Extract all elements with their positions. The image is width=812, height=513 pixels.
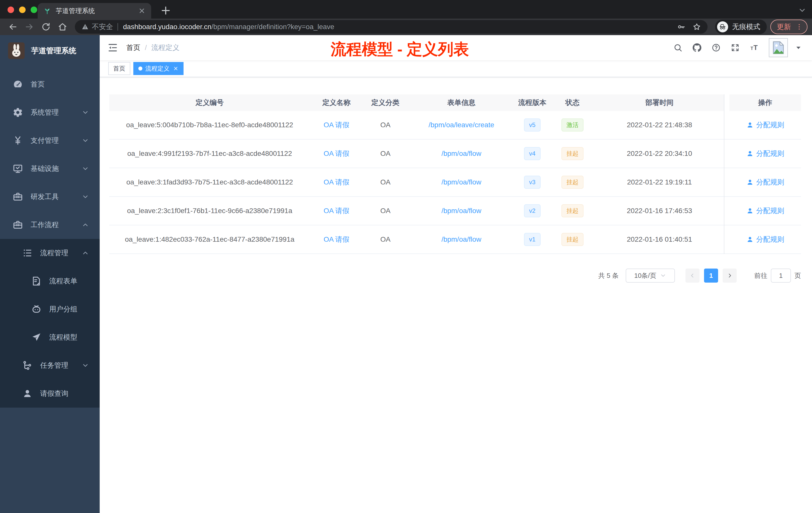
url-host: dashboard.yudao.iocoder.cn <box>123 23 211 31</box>
chevron-down-icon <box>82 109 89 116</box>
sidebar-item-6[interactable]: 流程管理 <box>0 239 100 267</box>
tree-list-icon <box>22 248 33 258</box>
pagination: 共 5 条 10条/页 1 前往 页 <box>109 269 801 282</box>
breadcrumb-separator: / <box>145 44 147 52</box>
update-button[interactable]: 更新 <box>770 20 808 34</box>
user-avatar[interactable] <box>769 38 788 57</box>
tab-search-icon[interactable] <box>798 6 807 14</box>
page-size-select[interactable]: 10条/页 <box>626 269 675 282</box>
tag-home-label: 首页 <box>113 64 125 72</box>
form-info-link[interactable]: /bpm/oa/flow <box>441 207 481 215</box>
form-info-link[interactable]: /bpm/oa/leave/create <box>429 121 494 129</box>
table-header: 定义编号 定义名称 定义分类 表单信息 流程版本 状态 部署时间 操作 <box>109 94 801 111</box>
cell-deploy-time: 2022-01-16 17:46:53 <box>595 207 724 215</box>
tag-close-icon[interactable] <box>173 66 178 71</box>
window-minimize-button[interactable] <box>19 6 26 13</box>
breadcrumb-home[interactable]: 首页 <box>126 43 140 53</box>
tag-process-definition-label: 流程定义 <box>145 64 170 72</box>
sidebar-item-label: 系统管理 <box>31 108 59 117</box>
sidebar-item-11[interactable]: 请假查询 <box>0 380 100 408</box>
assign-rule-button[interactable]: 分配规则 <box>746 206 784 216</box>
status-badge: 挂起 <box>561 147 583 160</box>
tag-process-definition[interactable]: 流程定义 <box>133 62 183 75</box>
page-1-button[interactable]: 1 <box>704 269 718 282</box>
chevron-down-icon <box>82 362 89 369</box>
window-close-button[interactable] <box>7 6 14 13</box>
sidebar-item-4[interactable]: 研发工具 <box>0 183 100 211</box>
forward-button[interactable] <box>25 22 34 32</box>
user-icon <box>746 150 754 157</box>
user-icon <box>746 121 754 129</box>
help-icon[interactable] <box>712 43 721 52</box>
tab-strip: 芋道管理系统 <box>0 0 812 19</box>
font-size-icon[interactable]: TT <box>750 43 759 52</box>
password-key-icon[interactable] <box>677 23 686 31</box>
home-button[interactable] <box>58 22 67 32</box>
sidebar-item-1[interactable]: 系统管理 <box>0 98 100 126</box>
browser-menu-icon[interactable] <box>795 23 803 31</box>
form-info-link[interactable]: /bpm/oa/flow <box>441 150 481 158</box>
definition-name-link[interactable]: OA 请假 <box>324 149 349 158</box>
avatar-caret-down-icon[interactable] <box>795 44 802 51</box>
col-header-category: 定义分类 <box>363 94 408 111</box>
sidebar-item-label: 用户分组 <box>49 304 77 314</box>
goto-page-input[interactable] <box>771 269 791 282</box>
next-page-button[interactable] <box>723 269 737 282</box>
breadcrumb-current: 流程定义 <box>151 43 179 53</box>
page-annotation: 流程模型 - 定义列表 <box>331 39 469 60</box>
hamburger-icon[interactable] <box>107 42 118 53</box>
assign-rule-label: 分配规则 <box>756 120 784 130</box>
sidebar-menu: 首页系统管理支付管理基础设施研发工具工作流程流程管理流程表单用户分组流程模型任务… <box>0 66 100 408</box>
assign-rule-button[interactable]: 分配规则 <box>746 149 784 158</box>
header-gutter <box>724 94 729 111</box>
bookmark-star-icon[interactable] <box>693 23 701 31</box>
send-icon <box>31 332 42 342</box>
sidebar: 芋道管理系统 首页系统管理支付管理基础设施研发工具工作流程流程管理流程表单用户分… <box>0 35 100 513</box>
table-row-1: oa_leave:4:991f2193-7b7f-11ec-a3c8-acde4… <box>109 140 801 168</box>
back-button[interactable] <box>8 22 18 32</box>
sidebar-item-3[interactable]: 基础设施 <box>0 155 100 183</box>
user-icon <box>746 178 754 186</box>
fullscreen-icon[interactable] <box>731 43 740 52</box>
status-badge: 挂起 <box>561 233 583 246</box>
sidebar-item-2[interactable]: 支付管理 <box>0 126 100 155</box>
form-icon <box>31 276 42 286</box>
new-tab-button[interactable] <box>160 4 172 17</box>
definition-name-link[interactable]: OA 请假 <box>324 177 349 187</box>
chevron-down-icon <box>82 193 89 201</box>
sidebar-item-5[interactable]: 工作流程 <box>0 211 100 239</box>
sidebar-item-label: 工作流程 <box>31 220 59 230</box>
definition-name-link[interactable]: OA 请假 <box>324 235 349 244</box>
sidebar-item-label: 流程管理 <box>40 248 68 258</box>
sidebar-item-7[interactable]: 流程表单 <box>0 267 100 295</box>
sidebar-item-8[interactable]: 用户分组 <box>0 295 100 323</box>
sidebar-item-10[interactable]: 任务管理 <box>0 351 100 380</box>
definition-name-link[interactable]: OA 请假 <box>324 120 349 130</box>
navbar: 首页 / 流程定义 流程模型 - 定义列表 TT <box>100 35 812 60</box>
github-icon[interactable] <box>693 43 701 52</box>
window-zoom-button[interactable] <box>31 6 37 13</box>
cell-definition-id: oa_leave:1:482ec033-762a-11ec-8477-a2380… <box>109 235 310 243</box>
prev-page-button[interactable] <box>686 269 699 282</box>
assign-rule-button[interactable]: 分配规则 <box>746 120 784 130</box>
definition-name-link[interactable]: OA 请假 <box>324 206 349 216</box>
form-info-link[interactable]: /bpm/oa/flow <box>441 235 481 243</box>
tag-home[interactable]: 首页 <box>108 62 130 75</box>
svg-text:T: T <box>751 46 753 51</box>
form-info-link[interactable]: /bpm/oa/flow <box>441 178 481 186</box>
incognito-label: 无痕模式 <box>732 22 760 32</box>
search-icon[interactable] <box>673 43 683 52</box>
assign-rule-button[interactable]: 分配规则 <box>746 177 784 187</box>
browser-tab[interactable]: 芋道管理系统 <box>38 3 151 19</box>
reload-button[interactable] <box>41 22 51 32</box>
assign-rule-button[interactable]: 分配规则 <box>746 235 784 244</box>
update-label: 更新 <box>777 22 791 32</box>
col-header-form: 表单信息 <box>408 94 515 111</box>
sidebar-item-0[interactable]: 首页 <box>0 70 100 98</box>
col-header-version: 流程版本 <box>515 94 550 111</box>
sidebar-item-9[interactable]: 流程模型 <box>0 323 100 351</box>
chevron-down-icon <box>660 272 666 279</box>
tab-close-icon[interactable] <box>138 7 146 14</box>
url-bar[interactable]: 不安全 dashboard.yudao.iocoder.cn /bpm/mana… <box>75 20 707 34</box>
version-badge: v1 <box>524 233 540 246</box>
